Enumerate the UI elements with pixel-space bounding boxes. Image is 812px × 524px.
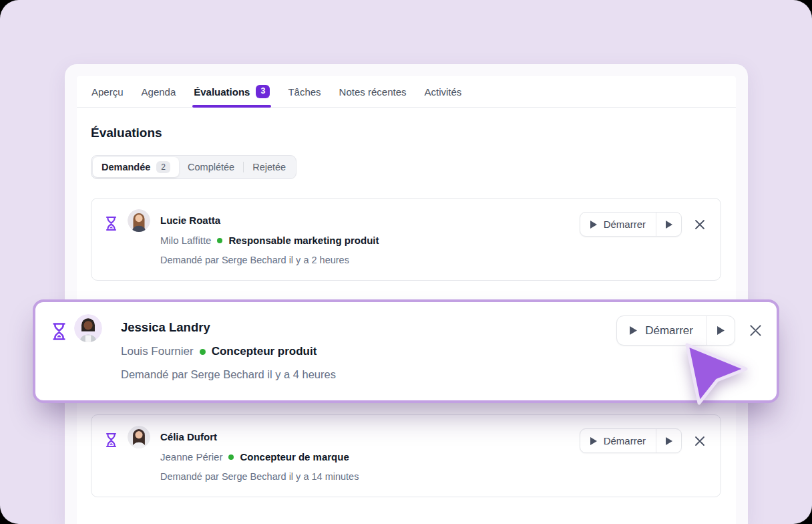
play-icon	[666, 221, 672, 229]
start-button-label: Démarrer	[604, 219, 646, 230]
evaluation-card-celia-dufort: Célia Dufort Jeanne Périer Concepteur de…	[91, 414, 721, 497]
status-dot	[217, 238, 222, 243]
manager-name: Louis Fournier	[121, 345, 194, 358]
status-dot	[200, 349, 206, 355]
tab-bar: Aperçu Agenda Évaluations 3 Tâches Notes…	[77, 76, 736, 108]
tab-label: Aperçu	[91, 86, 124, 98]
filter-completee[interactable]: Complétée	[179, 157, 243, 177]
evaluation-info: Jessica Landry Louis Fournier Concepteur…	[121, 314, 336, 400]
manager-role-row: Louis Fournier Concepteur produit	[121, 345, 336, 358]
hourglass-icon	[106, 216, 117, 280]
evaluation-card-lucie-roatta: Lucie Roatta Milo Laffitte Responsable m…	[91, 198, 721, 281]
manager-role-row: Jeanne Périer Concepteur de marque	[160, 451, 359, 463]
play-icon	[590, 221, 597, 229]
close-icon	[749, 324, 762, 337]
play-icon	[717, 326, 725, 335]
play-icon	[666, 437, 672, 445]
requested-by-text: Demandé par Serge Bechard il y a 2 heure…	[160, 255, 379, 265]
avatar	[74, 314, 102, 342]
tab-notes-recentes[interactable]: Notes récentes	[339, 76, 407, 107]
avatar	[128, 209, 150, 232]
tab-activites[interactable]: Activités	[425, 76, 462, 107]
status-dot	[228, 454, 234, 460]
tab-agenda[interactable]: Agenda	[142, 76, 176, 107]
play-icon	[590, 437, 597, 445]
filter-label: Complétée	[188, 162, 234, 172]
role-title: Concepteur de marque	[240, 451, 349, 463]
start-button[interactable]: Démarrer	[580, 213, 656, 236]
requested-by-text: Demandé par Serge Bechard il y a 4 heure…	[121, 368, 336, 381]
main-panel: Aperçu Agenda Évaluations 3 Tâches Notes…	[65, 64, 748, 524]
close-icon	[694, 436, 705, 446]
start-button-label: Démarrer	[604, 435, 646, 446]
evaluation-info: Lucie Roatta Milo Laffitte Responsable m…	[160, 209, 379, 280]
close-icon	[694, 219, 705, 230]
tab-label: Activités	[425, 86, 462, 98]
employee-name: Lucie Roatta	[160, 215, 379, 226]
play-icon	[630, 326, 637, 335]
filter-label: Demandée	[102, 162, 150, 172]
app-background: Aperçu Agenda Évaluations 3 Tâches Notes…	[0, 0, 812, 524]
evaluation-info: Célia Dufort Jeanne Périer Concepteur de…	[160, 426, 359, 497]
tab-label: Évaluations	[194, 86, 250, 98]
status-filter-group: Demandée 2 Complétée Rejetée	[91, 155, 296, 179]
employee-name: Jessica Landry	[121, 320, 336, 335]
manager-name: Milo Laffitte	[160, 235, 211, 246]
tab-count-badge: 3	[256, 85, 270, 98]
card-actions: Démarrer	[580, 428, 707, 453]
evaluation-card-jessica-landry-highlighted: Jessica Landry Louis Fournier Concepteur…	[33, 299, 779, 403]
start-options-button[interactable]	[656, 429, 681, 452]
role-title: Concepteur produit	[212, 345, 317, 358]
filter-rejetee[interactable]: Rejetée	[244, 157, 294, 177]
active-tab-underline	[192, 105, 271, 108]
tab-apercu[interactable]: Aperçu	[91, 76, 124, 107]
start-split-button: Démarrer	[580, 212, 682, 237]
filter-label: Rejetée	[252, 162, 286, 172]
hourglass-icon	[52, 322, 66, 400]
avatar	[128, 426, 150, 448]
requested-by-text: Demandé par Serge Bechard il y a 14 minu…	[160, 471, 359, 482]
cursor-pointer-icon	[676, 336, 756, 416]
tab-label: Notes récentes	[339, 86, 407, 98]
role-title: Responsable marketing produit	[228, 235, 379, 246]
manager-name: Jeanne Périer	[160, 451, 222, 463]
hourglass-icon	[106, 432, 117, 497]
tab-evaluations[interactable]: Évaluations 3	[194, 76, 270, 107]
start-button-label: Démarrer	[645, 324, 693, 338]
dismiss-button[interactable]	[692, 434, 707, 448]
tab-label: Tâches	[288, 86, 321, 98]
dismiss-button[interactable]	[692, 217, 707, 232]
tab-taches[interactable]: Tâches	[288, 76, 321, 107]
start-options-button[interactable]	[656, 213, 681, 236]
employee-name: Célia Dufort	[160, 431, 359, 442]
tab-label: Agenda	[142, 86, 176, 98]
filter-demandee[interactable]: Demandée 2	[93, 157, 179, 177]
manager-role-row: Milo Laffitte Responsable marketing prod…	[160, 235, 379, 246]
page-title: Évaluations	[91, 126, 736, 140]
start-split-button: Démarrer	[580, 428, 682, 453]
card-actions: Démarrer	[580, 212, 707, 237]
filter-count-badge: 2	[156, 161, 170, 173]
start-button[interactable]: Démarrer	[580, 429, 656, 452]
